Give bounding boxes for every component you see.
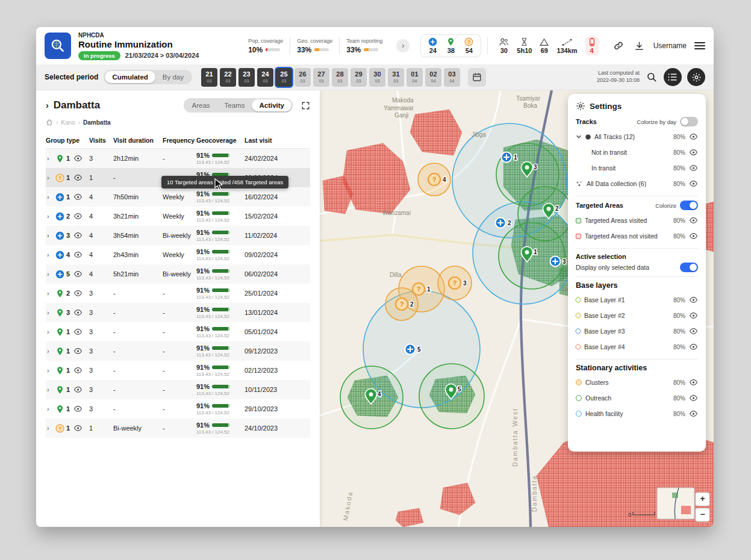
row-expand-chevron[interactable]: ›: [46, 270, 55, 278]
search-icon[interactable]: [646, 72, 657, 82]
eye-icon[interactable]: [73, 270, 89, 278]
day-button-30-03[interactable]: 3003: [369, 68, 385, 87]
table-row[interactable]: ›243h21minWeekly91%113,43 / 124,5215/02/…: [46, 207, 310, 226]
download-icon[interactable]: [634, 41, 644, 51]
calendar-button[interactable]: [468, 68, 486, 87]
table-row[interactable]: ›13--91%113,43 / 124,5210/11/2023: [46, 380, 310, 399]
username[interactable]: Username: [653, 42, 687, 50]
expand-icon[interactable]: [301, 101, 310, 110]
visibility-eye-icon[interactable]: [689, 379, 698, 386]
row-expand-chevron[interactable]: ›: [46, 155, 55, 162]
eye-icon[interactable]: [73, 347, 89, 355]
colorize-by-day-toggle[interactable]: [680, 117, 698, 126]
table-row[interactable]: ›545h21minBi-weekly91%113,43 / 124,5206/…: [46, 264, 310, 284]
settings-button[interactable]: [687, 68, 705, 86]
row-expand-chevron[interactable]: ›: [46, 290, 55, 297]
collapse-chevron-icon[interactable]: ›: [46, 101, 49, 110]
row-expand-chevron[interactable]: ›: [46, 405, 55, 412]
row-expand-chevron[interactable]: ›: [46, 309, 55, 316]
stats-expand-button[interactable]: ›: [396, 39, 410, 52]
day-button-27-03[interactable]: 2703: [313, 68, 329, 87]
tab-activity[interactable]: Activity: [252, 99, 291, 111]
home-icon[interactable]: [46, 119, 53, 126]
menu-icon[interactable]: [694, 42, 705, 50]
share-link-icon[interactable]: [613, 40, 624, 51]
day-button-23-03[interactable]: 2303: [238, 68, 255, 87]
mode-by-day[interactable]: By day: [155, 71, 191, 83]
visibility-eye-icon[interactable]: [689, 164, 698, 172]
row-expand-chevron[interactable]: ›: [46, 425, 55, 432]
eye-icon[interactable]: [73, 251, 89, 258]
visibility-eye-icon[interactable]: [689, 180, 698, 187]
visibility-eye-icon[interactable]: [689, 328, 698, 335]
eye-icon[interactable]: [73, 405, 89, 412]
colorize-toggle[interactable]: [680, 201, 698, 210]
list-view-button[interactable]: [664, 68, 682, 86]
visibility-eye-icon[interactable]: [689, 394, 698, 402]
row-expand-chevron[interactable]: ›: [46, 251, 55, 258]
table-row[interactable]: ›13--91%113,43 / 124,5202/12/2023: [46, 361, 310, 380]
tab-areas[interactable]: Areas: [185, 99, 217, 111]
table-row[interactable]: ›442h43minWeekly91%113,43 / 124,5209/02/…: [46, 245, 310, 264]
row-expand-chevron[interactable]: ›: [46, 328, 55, 335]
visibility-eye-icon[interactable]: [689, 133, 698, 140]
day-button-24-03[interactable]: 2403: [257, 68, 273, 87]
row-expand-chevron[interactable]: ›: [46, 174, 55, 181]
table-row[interactable]: ›147h50minWeekly91%113,43 / 124,5216/02/…: [46, 187, 310, 207]
zoom-out-button[interactable]: −: [696, 508, 709, 521]
day-button-26-03[interactable]: 2603: [294, 68, 311, 87]
visibility-eye-icon[interactable]: [689, 410, 698, 417]
visibility-eye-icon[interactable]: [689, 232, 698, 240]
zoom-in-button[interactable]: +: [696, 493, 709, 506]
data-collection-marker[interactable]: 1: [502, 152, 518, 163]
day-button-29-03[interactable]: 2903: [351, 68, 367, 87]
eye-icon[interactable]: [73, 328, 89, 335]
eye-icon[interactable]: [73, 309, 89, 316]
eye-icon[interactable]: [73, 232, 89, 239]
eye-icon[interactable]: [73, 386, 89, 393]
display-only-toggle[interactable]: [680, 263, 698, 272]
visibility-eye-icon[interactable]: [689, 217, 698, 224]
table-row[interactable]: ›132h12min-91%113,43 / 124,5224/02/2024: [46, 149, 310, 168]
minimap[interactable]: [657, 488, 694, 519]
eye-icon[interactable]: [73, 213, 89, 220]
svg-text:5: 5: [417, 346, 421, 353]
mode-cumulated[interactable]: Cumulated: [105, 71, 155, 83]
day-button-02-04[interactable]: 0204: [425, 68, 441, 87]
row-expand-chevron[interactable]: ›: [46, 367, 55, 374]
day-button-28-03[interactable]: 2803: [332, 68, 348, 87]
eye-icon[interactable]: [73, 290, 89, 297]
day-button-22-03[interactable]: 2203: [220, 68, 236, 87]
data-collection-marker[interactable]: 3: [550, 257, 567, 267]
day-button-25-03[interactable]: 2503: [276, 68, 292, 87]
day-button-31-03[interactable]: 3103: [388, 68, 404, 87]
eye-icon[interactable]: [73, 174, 89, 181]
visibility-eye-icon[interactable]: [689, 343, 698, 350]
table-row[interactable]: ›343h54minBi-weekly91%113,43 / 124,5211/…: [46, 226, 310, 245]
table-row[interactable]: ›23--91%113,43 / 124,5225/01/2024: [46, 284, 310, 303]
row-expand-chevron[interactable]: ›: [46, 232, 55, 239]
row-expand-chevron[interactable]: ›: [46, 193, 55, 201]
row-expand-chevron[interactable]: ›: [46, 347, 55, 355]
data-collection-marker[interactable]: 2: [496, 218, 512, 228]
day-button-21-03[interactable]: 2103: [201, 68, 217, 87]
table-row[interactable]: ›?11Bi-weekly-91%113,43 / 124,5224/10/20…: [46, 418, 310, 438]
day-button-03-04[interactable]: 0304: [444, 68, 460, 87]
visibility-eye-icon[interactable]: [689, 296, 698, 303]
eye-icon[interactable]: [73, 193, 89, 201]
eye-icon[interactable]: [73, 425, 89, 432]
tab-teams[interactable]: Teams: [217, 99, 252, 111]
visibility-eye-icon[interactable]: [689, 312, 698, 319]
breadcrumb-kano[interactable]: Kano: [61, 119, 75, 126]
table-row[interactable]: ›13--91%113,43 / 124,5209/12/2023: [46, 341, 310, 361]
table-row[interactable]: ›13--91%113,43 / 124,5205/01/2024: [46, 322, 310, 341]
data-collection-marker[interactable]: 5: [405, 344, 422, 355]
table-row[interactable]: ›13--91%113,43 / 124,5229/10/2023: [46, 399, 310, 418]
eye-icon[interactable]: [73, 367, 89, 374]
day-button-01-04[interactable]: 0104: [407, 68, 423, 87]
table-row[interactable]: ›33--91%113,43 / 124,5213/01/2024: [46, 303, 310, 322]
row-expand-chevron[interactable]: ›: [46, 213, 55, 220]
eye-icon[interactable]: [73, 155, 89, 162]
visibility-eye-icon[interactable]: [689, 149, 698, 156]
row-expand-chevron[interactable]: ›: [46, 386, 55, 393]
